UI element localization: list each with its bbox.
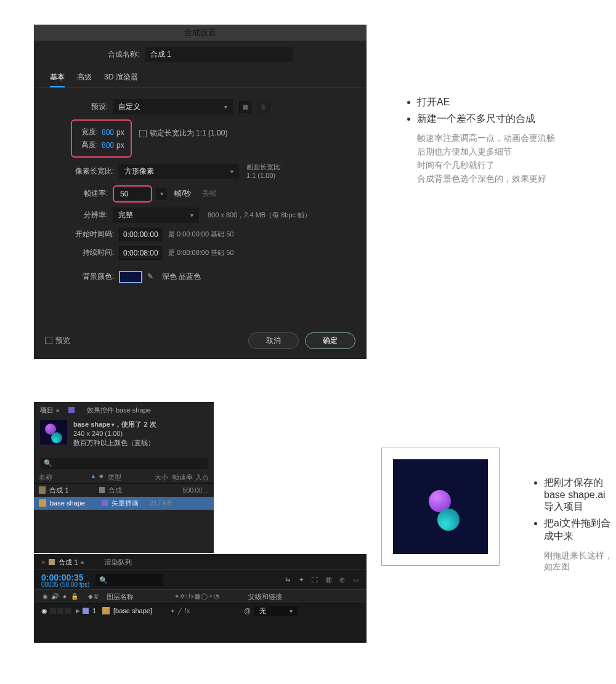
timeline-layer-row[interactable]: ◉ ▶ 1 [base shape] ✦ ╱ fx @ 无 [34, 604, 367, 618]
solo-toggle[interactable] [57, 608, 63, 614]
bg-color-swatch[interactable] [119, 271, 142, 283]
chevron-down-icon: ▾ [290, 608, 293, 614]
comp-name-input[interactable]: 合成 1 [145, 47, 293, 62]
timeline-search-input[interactable]: 🔍 [95, 574, 163, 586]
lock-aspect-checkbox[interactable] [139, 130, 147, 137]
px-unit: px [116, 141, 124, 150]
comp-name-label: 合成名称: [108, 49, 139, 60]
timeline-tab-render[interactable]: 渲染队列 [105, 558, 132, 567]
height-input[interactable]: 800 [102, 141, 114, 150]
tab-basic[interactable]: 基本 [50, 70, 65, 87]
label-color[interactable] [99, 487, 105, 493]
pixel-aspect-label: 像素长宽比: [71, 166, 114, 177]
layer-disclosure-icon[interactable]: ▶ [76, 608, 80, 614]
layer-label-color[interactable] [83, 608, 89, 614]
composition-icon [39, 486, 46, 494]
item-name: 合成 1 [49, 486, 99, 495]
layer-name[interactable]: [base shape] [113, 607, 170, 614]
layer-name-header: 图层名称 [107, 592, 174, 602]
illustrator-file-icon [39, 499, 46, 507]
lock-toggle[interactable] [65, 608, 71, 614]
pixel-aspect-select[interactable]: 方形像素 ▾ [119, 164, 239, 179]
panel-menu-icon[interactable]: ≡ [56, 407, 60, 414]
col-type[interactable]: 类型 [108, 473, 144, 482]
audio-toggle[interactable] [50, 608, 56, 614]
col-name[interactable]: 名称 [39, 473, 91, 482]
tab-3d-renderer[interactable]: 3D 渲染器 [104, 70, 138, 87]
subnote: 帧速率注意调高一点，动画会更流畅 [417, 133, 555, 144]
project-panel: 项目≡ 效果控件 base shape base shape ▾，使用了 2 次… [34, 402, 214, 553]
close-icon[interactable]: × [41, 558, 45, 566]
bg-color-label: 背景颜色: [71, 272, 114, 282]
composition-settings-dialog: 合成设置 合成名称: 合成 1 基本 高级 3D 渲染器 预设: 自定义 ▾ ▦ [34, 25, 367, 359]
frame-blend-icon[interactable]: ▥ [325, 576, 332, 584]
ok-button[interactable]: 确定 [305, 332, 355, 349]
project-tab[interactable]: 项目≡ [40, 406, 60, 415]
composition-preview [381, 448, 500, 566]
project-item-comp[interactable]: 合成 1 合成 50 0:00:... [34, 484, 214, 497]
project-item-ai[interactable]: base shape 矢量插画 217 KB [34, 497, 214, 510]
tab-advanced[interactable]: 高级 [77, 70, 92, 87]
resolution-select[interactable]: 完整 ▾ [113, 207, 199, 223]
fps-input[interactable]: 50 [115, 188, 150, 200]
col-in[interactable]: 入点 [193, 473, 209, 482]
fps-unit: 帧/秒 [174, 188, 191, 199]
eyedropper-icon[interactable]: ✎ [147, 272, 157, 282]
duration-input[interactable]: 0:00:08:00 [119, 246, 162, 260]
chevron-down-icon: ▾ [190, 212, 193, 219]
preview-checkbox[interactable] [45, 337, 52, 344]
duration-label: 持续时间: [71, 247, 114, 258]
resolution-info: 800 x 800，2.4 MB（每 8bpc 帧） [208, 211, 311, 220]
height-label: 高度: [78, 140, 98, 150]
sort-indicator-icon[interactable]: ▲ [91, 473, 99, 482]
graph-editor-icon[interactable]: ▭ [352, 576, 359, 584]
chevron-down-icon: ▾ [230, 168, 233, 175]
visibility-toggle[interactable]: ◉ [41, 607, 49, 615]
fps-dropdown-button[interactable]: ▾ [156, 188, 167, 200]
panel-menu-icon[interactable]: ≡ [81, 559, 84, 566]
width-input[interactable]: 800 [102, 128, 114, 137]
cancel-button[interactable]: 取消 [248, 332, 299, 349]
shy-layers-icon[interactable]: ⛶ [311, 576, 318, 584]
cyan-sphere-graphic [437, 509, 460, 531]
tutorial-notes-1: 打开AE 新建一个差不多尺寸的合成 帧速率注意调高一点，动画会更流畅 后期也方便… [403, 92, 555, 187]
asset-thumbnail[interactable] [40, 420, 67, 445]
start-timecode-input[interactable]: 0:00:00:00 [119, 228, 162, 241]
pickwhip-icon[interactable]: @ [244, 607, 251, 614]
delete-preset-icon: 🗑 [257, 101, 270, 113]
bg-color-name: 深色 品蓝色 [162, 272, 201, 282]
col-size[interactable]: 大小 [144, 473, 168, 482]
parent-select[interactable]: 无 ▾ [254, 606, 298, 616]
note-item: 把ai文件拖到合成中来 [544, 517, 616, 543]
layer-switches[interactable]: ✦ ╱ fx [170, 608, 244, 614]
subnote: 后期也方便加入更多细节 [417, 147, 555, 158]
label-column-icon: ◆ [87, 593, 94, 600]
subnote: 刚拖进来长这样，如左图 [544, 550, 616, 573]
label-color[interactable] [102, 500, 108, 506]
tag-icon: ◆ [99, 473, 108, 482]
subnote: 时间有个几秒就行了 [417, 160, 555, 171]
note-item: 新建一个差不多尺寸的合成 [417, 113, 555, 126]
project-search-input[interactable]: 🔍 [40, 458, 208, 469]
search-icon: 🔍 [44, 459, 52, 467]
item-type: 合成 [108, 486, 142, 495]
chevron-down-icon: ▾ [224, 103, 227, 110]
col-fps[interactable]: 帧速率 [168, 473, 193, 482]
layer-add-icon[interactable]: ✦ [298, 576, 305, 584]
comp-mini-flow-icon[interactable]: ⇆ [284, 576, 291, 584]
start-timecode-label: 开始时间码: [71, 229, 114, 239]
dialog-title: 合成设置 [34, 25, 367, 41]
preset-label: 预设: [71, 102, 108, 112]
timeline-tab-comp[interactable]: × 合成 1 ≡ [41, 558, 84, 567]
dropframe-label: 丢帧 [202, 188, 217, 199]
effect-controls-tab[interactable]: 效果控件 base shape [87, 406, 151, 415]
preset-select[interactable]: 自定义 ▾ [113, 99, 233, 115]
preset-value: 自定义 [118, 102, 140, 112]
asset-info: base shape ▾，使用了 2 次 240 x 240 (1.00) 数百… [73, 420, 156, 448]
item-fps: 50 [166, 486, 190, 494]
layer-index: 1 [92, 607, 99, 614]
motion-blur-icon[interactable]: ◎ [338, 576, 346, 584]
comp-color-swatch [49, 559, 55, 565]
save-preset-icon[interactable]: ▦ [239, 101, 251, 113]
switches-header: ✦✲⧵fx▦◯✧◔ [174, 593, 248, 600]
